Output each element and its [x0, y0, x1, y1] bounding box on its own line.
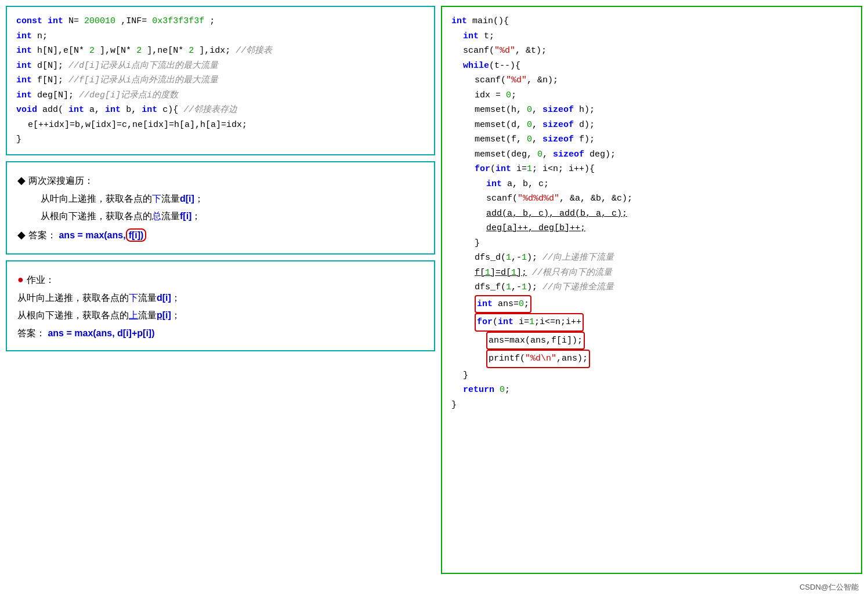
- keyword-int-4: int: [16, 61, 32, 71]
- code-block: const int N= 200010 ,INF= 0x3f3f3f3f ; i…: [6, 6, 435, 155]
- circle-bullet: ●: [17, 274, 27, 285]
- code-line-5: int f[N]; //f[i]记录从i点向外流出的最大流量: [16, 73, 425, 88]
- comment-3: //邻接表: [236, 46, 272, 56]
- r-line-5: scanf("%d", &n);: [451, 73, 852, 88]
- r-line-25: return 0;: [451, 383, 852, 398]
- r-line-18: f[1]=d[1]; //根只有向下的流量: [451, 266, 852, 281]
- code-line-6: int deg[N]; //deg[i]记录点i的度数: [16, 88, 425, 103]
- r-line-6: idx = 0;: [451, 88, 852, 103]
- footer: CSDN@仁公智能: [0, 580, 868, 596]
- explanation-block: ◆ 两次深搜遍历： 从叶向上递推，获取各点的下流量d[i]； 从根向下递推，获取…: [6, 161, 435, 255]
- r-line-19: dfs_f(1,-1); //向下递推全流量: [451, 280, 852, 295]
- value-n: 200010: [84, 16, 115, 26]
- comment-5: //f[i]记录从i点向外流出的最大流量: [68, 75, 218, 85]
- comment-4: //d[i]记录从i点向下流出的最大流量: [68, 61, 218, 71]
- homework-line-3: 答案： ans = max(ans, d[i]+p[i]): [17, 325, 424, 342]
- code-line-4: int d[N]; //d[i]记录从i点向下流出的最大流量: [16, 59, 425, 74]
- explanation-line-1: 从叶向上递推，获取各点的下流量d[i]；: [17, 190, 424, 208]
- keyword-int-7a: int: [68, 105, 84, 115]
- right-panel: int main(){ int t; scanf("%d", &t); whil…: [441, 6, 862, 574]
- r-line-16: }: [451, 236, 852, 251]
- r-line-1: int main(){: [451, 14, 852, 29]
- main-container: const int N= 200010 ,INF= 0x3f3f3f3f ; i…: [0, 0, 868, 580]
- comment-7: //邻接表存边: [183, 105, 237, 115]
- r-line-24: }: [451, 368, 852, 383]
- diamond-bullet-2: ◆: [17, 229, 28, 241]
- keyword-void: void: [16, 105, 37, 115]
- code-line-9: }: [16, 132, 425, 147]
- comment-6: //deg[i]记录点i的度数: [79, 90, 178, 100]
- value-inf: 0x3f3f3f3f: [152, 16, 204, 26]
- keyword-int-3: int: [16, 46, 32, 56]
- r-line-8: memset(d, 0, sizeof d);: [451, 118, 852, 133]
- explanation-line-3: ◆ 答案： ans = max(ans,f[i]): [17, 225, 424, 245]
- r-line-23: printf("%d\n",ans);: [451, 350, 852, 368]
- keyword-int-7c: int: [142, 105, 157, 115]
- keyword-int-7b: int: [105, 105, 121, 115]
- homework-line-2: 从根向下递推，获取各点的上流量p[i]；: [17, 307, 424, 324]
- r-line-17: dfs_d(1,-1); //向上递推下流量: [451, 250, 852, 266]
- homework-block: ● 作业： 从叶向上递推，获取各点的下流量d[i]； 从根向下递推，获取各点的上…: [6, 260, 435, 351]
- homework-title: 作业：: [27, 275, 55, 285]
- diamond-bullet-1: ◆: [17, 175, 28, 186]
- left-panel: const int N= 200010 ,INF= 0x3f3f3f3f ; i…: [6, 6, 435, 574]
- r-line-12: int a, b, c;: [451, 177, 852, 192]
- r-line-7: memset(h, 0, sizeof h);: [451, 103, 852, 118]
- r-line-21: for(int i=1;i<=n;i++: [451, 313, 852, 332]
- explanation-title-line: ◆ 两次深搜遍历：: [17, 170, 424, 190]
- explanation-title: 两次深搜遍历：: [28, 176, 93, 186]
- r-line-11: for(int i=1; i<n; i++){: [451, 162, 852, 177]
- keyword-int-6: int: [16, 90, 32, 100]
- keyword-const: const: [16, 16, 42, 26]
- r-line-13: scanf("%d%d%d", &a, &b, &c);: [451, 191, 852, 206]
- r-line-4: while(t--){: [451, 59, 852, 74]
- r-line-15: deg[a]++, deg[b]++;: [451, 221, 852, 236]
- r-line-22: ans=max(ans,f[i]);: [451, 332, 852, 350]
- homework-title-line: ● 作业：: [17, 270, 424, 289]
- footer-text: CSDN@仁公智能: [800, 583, 859, 591]
- r-line-26: }: [451, 398, 852, 413]
- keyword-int-2: int: [16, 31, 32, 41]
- r-line-14: add(a, b, c), add(b, a, c);: [451, 206, 852, 221]
- keyword-int-1: int: [48, 16, 63, 26]
- code-line-2: int n;: [16, 29, 425, 44]
- code-line-7: void add( int a, int b, int c){ //邻接表存边: [16, 103, 425, 118]
- r-line-3: scanf("%d", &t);: [451, 43, 852, 59]
- r-line-20: int ans=0;: [451, 295, 852, 314]
- code-line-1: const int N= 200010 ,INF= 0x3f3f3f3f ;: [16, 14, 425, 29]
- r-line-2: int t;: [451, 29, 852, 44]
- homework-line-1: 从叶向上递推，获取各点的下流量d[i]；: [17, 289, 424, 307]
- explanation-line-2: 从根向下递推，获取各点的总流量f[i]；: [17, 208, 424, 225]
- keyword-int-5: int: [16, 75, 32, 85]
- r-line-9: memset(f, 0, sizeof f);: [451, 132, 852, 147]
- code-line-3: int h[N],e[N* 2 ],w[N* 2 ],ne[N* 2 ],idx…: [16, 43, 425, 59]
- r-line-10: memset(deg, 0, sizeof deg);: [451, 147, 852, 162]
- code-line-8: e[++idx]=b,w[idx]=c,ne[idx]=h[a],h[a]=id…: [16, 118, 425, 133]
